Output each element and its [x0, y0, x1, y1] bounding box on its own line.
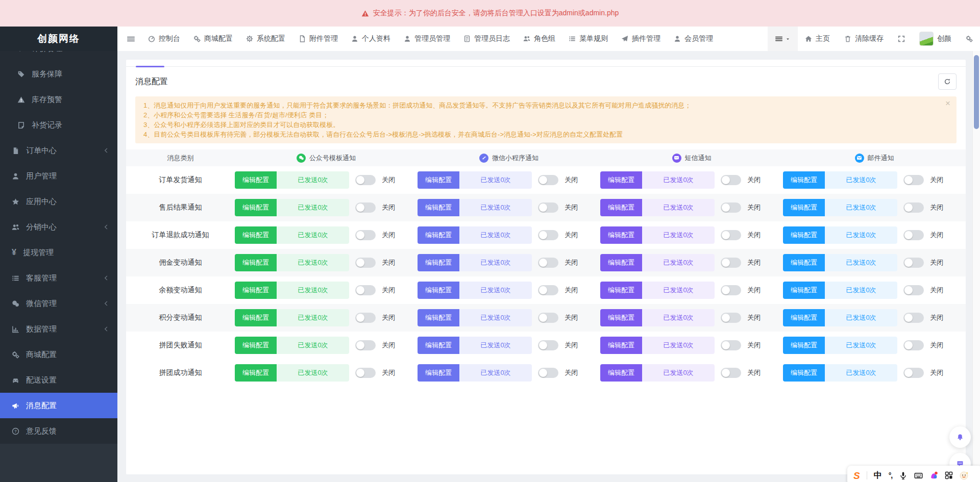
edit-config-button[interactable]: 编辑配置 — [418, 254, 459, 271]
sidebar-item-0[interactable]: 评价管理 — [0, 51, 117, 61]
sidebar-item-12[interactable]: 商城配置 — [0, 342, 117, 367]
apps-grid-icon[interactable] — [945, 471, 953, 479]
edit-config-button[interactable]: 编辑配置 — [783, 337, 825, 354]
sent-count-button[interactable]: 已发送0次 — [277, 171, 349, 189]
enable-toggle[interactable] — [721, 285, 741, 295]
edit-config-button[interactable]: 编辑配置 — [235, 199, 277, 216]
sent-count-button[interactable]: 已发送0次 — [642, 226, 715, 244]
sidebar-item-7[interactable]: 分销中心 — [0, 214, 117, 240]
skin-icon[interactable] — [929, 471, 938, 480]
nav-item-5[interactable]: 个人资料 — [345, 27, 397, 51]
nav-fullscreen-button[interactable] — [891, 27, 912, 51]
sent-count-button[interactable]: 已发送0次 — [459, 282, 532, 299]
nav-item-9[interactable]: 菜单规则 — [562, 27, 615, 51]
edit-config-button[interactable]: 编辑配置 — [783, 171, 825, 189]
enable-toggle[interactable] — [355, 258, 376, 268]
sent-count-button[interactable]: 已发送0次 — [825, 171, 897, 189]
enable-toggle[interactable] — [355, 313, 376, 323]
sent-count-button[interactable]: 已发送0次 — [277, 337, 349, 354]
sidebar-item-11[interactable]: 数据管理 — [0, 316, 117, 342]
nav-home-button[interactable]: 主页 — [798, 27, 837, 51]
nav-item-1[interactable]: 控制台 — [141, 27, 187, 51]
enable-toggle[interactable] — [538, 258, 558, 268]
edit-config-button[interactable]: 编辑配置 — [418, 364, 459, 382]
edit-config-button[interactable]: 编辑配置 — [235, 364, 277, 382]
sent-count-button[interactable]: 已发送0次 — [642, 337, 715, 354]
sent-count-button[interactable]: 已发送0次 — [459, 337, 532, 354]
sent-count-button[interactable]: 已发送0次 — [642, 254, 715, 271]
enable-toggle[interactable] — [538, 313, 558, 323]
sidebar-item-13[interactable]: 配送设置 — [0, 367, 117, 393]
edit-config-button[interactable]: 编辑配置 — [418, 171, 459, 189]
emoji-icon[interactable] — [960, 471, 969, 480]
edit-config-button[interactable]: 编辑配置 — [783, 254, 825, 271]
nav-item-0[interactable] — [120, 27, 141, 51]
sidebar-item-2[interactable]: 库存预警 — [0, 87, 117, 112]
sent-count-button[interactable]: 已发送0次 — [277, 199, 349, 216]
edit-config-button[interactable]: 编辑配置 — [783, 282, 825, 299]
enable-toggle[interactable] — [903, 175, 924, 185]
edit-config-button[interactable]: 编辑配置 — [418, 199, 459, 216]
sidebar-item-14[interactable]: 消息配置 — [0, 393, 117, 418]
nav-settings-button[interactable] — [959, 27, 980, 51]
edit-config-button[interactable]: 编辑配置 — [600, 226, 642, 244]
enable-toggle[interactable] — [903, 340, 924, 350]
edit-config-button[interactable]: 编辑配置 — [418, 337, 459, 354]
edit-config-button[interactable]: 编辑配置 — [418, 282, 459, 299]
sent-count-button[interactable]: 已发送0次 — [642, 309, 715, 326]
enable-toggle[interactable] — [355, 175, 376, 185]
enable-toggle[interactable] — [355, 340, 376, 350]
sidebar-item-10[interactable]: 微信管理 — [0, 291, 117, 316]
sidebar-item-9[interactable]: 客服管理 — [0, 265, 117, 291]
nav-item-10[interactable]: 插件管理 — [615, 27, 667, 51]
edit-config-button[interactable]: 编辑配置 — [783, 364, 825, 382]
sidebar-item-15[interactable]: ?意见反馈 — [0, 418, 117, 444]
nav-item-11[interactable]: 会员管理 — [667, 27, 720, 51]
enable-toggle[interactable] — [355, 230, 376, 240]
edit-config-button[interactable]: 编辑配置 — [783, 309, 825, 326]
keyboard-icon[interactable] — [914, 471, 923, 480]
enable-toggle[interactable] — [721, 368, 741, 378]
edit-config-button[interactable]: 编辑配置 — [600, 364, 642, 382]
edit-config-button[interactable]: 编辑配置 — [783, 199, 825, 216]
enable-toggle[interactable] — [903, 202, 924, 213]
enable-toggle[interactable] — [721, 230, 741, 240]
sidebar-item-6[interactable]: 应用中心 — [0, 189, 117, 214]
enable-toggle[interactable] — [903, 230, 924, 240]
sidebar-item-1[interactable]: 服务保障 — [0, 61, 117, 87]
sent-count-button[interactable]: 已发送0次 — [459, 254, 532, 271]
sent-count-button[interactable]: 已发送0次 — [642, 199, 715, 216]
sidebar-item-5[interactable]: 用户管理 — [0, 163, 117, 189]
enable-toggle[interactable] — [721, 340, 741, 350]
sidebar-item-8[interactable]: ¥提现管理 — [0, 240, 117, 265]
enable-toggle[interactable] — [721, 202, 741, 213]
edit-config-button[interactable]: 编辑配置 — [418, 226, 459, 244]
sent-count-button[interactable]: 已发送0次 — [459, 364, 532, 382]
sent-count-button[interactable]: 已发送0次 — [277, 226, 349, 244]
sent-count-button[interactable]: 已发送0次 — [825, 226, 897, 244]
enable-toggle[interactable] — [538, 368, 558, 378]
edit-config-button[interactable]: 编辑配置 — [600, 254, 642, 271]
edit-config-button[interactable]: 编辑配置 — [235, 254, 277, 271]
enable-toggle[interactable] — [538, 285, 558, 295]
sent-count-button[interactable]: 已发送0次 — [642, 171, 715, 189]
edit-config-button[interactable]: 编辑配置 — [235, 309, 277, 326]
edit-config-button[interactable]: 编辑配置 — [600, 309, 642, 326]
enable-toggle[interactable] — [903, 313, 924, 323]
enable-toggle[interactable] — [538, 230, 558, 240]
edit-config-button[interactable]: 编辑配置 — [600, 282, 642, 299]
sent-count-button[interactable]: 已发送0次 — [459, 199, 532, 216]
enable-toggle[interactable] — [903, 368, 924, 378]
enable-toggle[interactable] — [538, 175, 558, 185]
enable-toggle[interactable] — [538, 202, 558, 213]
nav-item-8[interactable]: 角色组 — [517, 27, 562, 51]
enable-toggle[interactable] — [721, 175, 741, 185]
sent-count-button[interactable]: 已发送0次 — [459, 309, 532, 326]
nav-list-dropdown-button[interactable] — [768, 27, 798, 51]
nav-item-6[interactable]: 管理员管理 — [397, 27, 457, 51]
mic-icon[interactable] — [899, 471, 908, 480]
sent-count-button[interactable]: 已发送0次 — [825, 364, 897, 382]
nav-user-menu[interactable]: 创颜 — [912, 27, 959, 51]
edit-config-button[interactable]: 编辑配置 — [600, 171, 642, 189]
enable-toggle[interactable] — [903, 285, 924, 295]
